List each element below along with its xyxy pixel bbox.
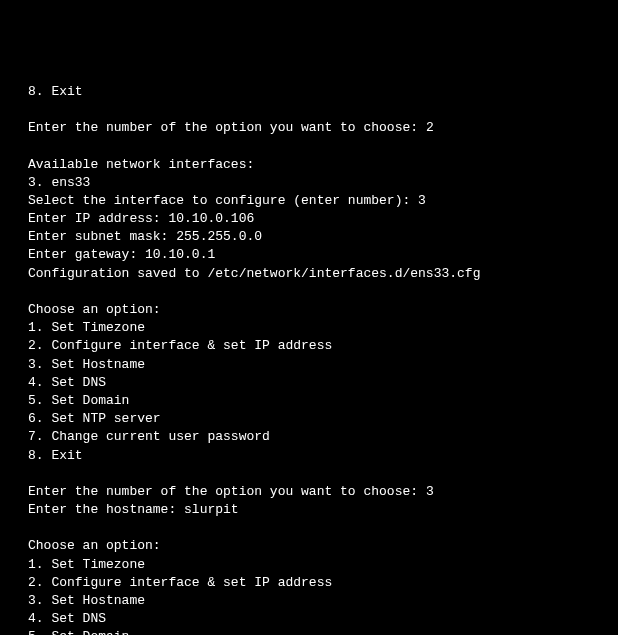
select-interface-line: Select the interface to configure (enter…	[28, 192, 590, 210]
menu-item-domain: 5. Set Domain	[28, 628, 590, 635]
choice-prompt-line: Enter the number of the option you want …	[28, 119, 590, 137]
menu-item-password: 7. Change current user password	[28, 428, 590, 446]
ip-prompt: Enter IP address:	[28, 211, 168, 226]
menu-item-domain: 5. Set Domain	[28, 392, 590, 410]
choice-prompt: Enter the number of the option you want …	[28, 484, 426, 499]
select-interface-value: 3	[418, 193, 426, 208]
menu-item-interface: 2. Configure interface & set IP address	[28, 574, 590, 592]
interface-item: 3. ens33	[28, 174, 590, 192]
blank-line	[28, 519, 590, 537]
menu-item-ntp: 6. Set NTP server	[28, 410, 590, 428]
gateway-value: 10.10.0.1	[145, 247, 215, 262]
select-interface-prompt: Select the interface to configure (enter…	[28, 193, 418, 208]
menu-item-hostname: 3. Set Hostname	[28, 592, 590, 610]
blank-line	[28, 283, 590, 301]
mask-line: Enter subnet mask: 255.255.0.0	[28, 228, 590, 246]
mask-value: 255.255.0.0	[176, 229, 262, 244]
menu-header: Choose an option:	[28, 301, 590, 319]
blank-line	[28, 101, 590, 119]
ip-value: 10.10.0.106	[168, 211, 254, 226]
hostname-value: slurpit	[184, 502, 239, 517]
menu-item-dns: 4. Set DNS	[28, 374, 590, 392]
network-interfaces-header: Available network interfaces:	[28, 156, 590, 174]
menu-item-hostname: 3. Set Hostname	[28, 356, 590, 374]
menu-header: Choose an option:	[28, 537, 590, 555]
ip-line: Enter IP address: 10.10.0.106	[28, 210, 590, 228]
terminal-output[interactable]: 8. Exit Enter the number of the option y…	[28, 83, 590, 635]
hostname-prompt: Enter the hostname:	[28, 502, 184, 517]
choice-value: 2	[426, 120, 434, 135]
choice-prompt-line: Enter the number of the option you want …	[28, 483, 590, 501]
menu-item-dns: 4. Set DNS	[28, 610, 590, 628]
blank-line	[28, 465, 590, 483]
choice-value: 3	[426, 484, 434, 499]
blank-line	[28, 137, 590, 155]
gateway-prompt: Enter gateway:	[28, 247, 145, 262]
hostname-line: Enter the hostname: slurpit	[28, 501, 590, 519]
menu-item-exit: 8. Exit	[28, 83, 590, 101]
menu-item-timezone: 1. Set Timezone	[28, 556, 590, 574]
choice-prompt: Enter the number of the option you want …	[28, 120, 426, 135]
menu-item-exit: 8. Exit	[28, 447, 590, 465]
menu-item-interface: 2. Configure interface & set IP address	[28, 337, 590, 355]
config-saved-line: Configuration saved to /etc/network/inte…	[28, 265, 590, 283]
gateway-line: Enter gateway: 10.10.0.1	[28, 246, 590, 264]
menu-item-timezone: 1. Set Timezone	[28, 319, 590, 337]
mask-prompt: Enter subnet mask:	[28, 229, 176, 244]
